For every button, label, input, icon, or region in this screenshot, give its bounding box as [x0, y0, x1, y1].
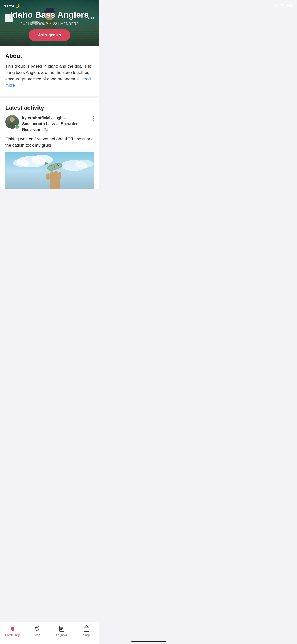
svg-point-27 — [57, 164, 59, 166]
post-caption: Fishing was on fire, we got about 20+ ba… — [5, 136, 94, 152]
post-username[interactable]: kylerothofficial — [22, 116, 50, 120]
status-time: 11:24 — [4, 4, 14, 8]
group-title: Idaho Bass Anglers — [0, 10, 99, 20]
group-meta: PUBLIC GROUP 221 MEMBERS — [0, 22, 99, 26]
svg-point-28 — [58, 164, 59, 165]
caught-text: caught a — [50, 116, 67, 120]
activity-description: kylerothofficial caught a Smallmouth bas… — [22, 115, 89, 132]
moon-icon: 🌙 — [15, 4, 20, 8]
activity-item: ★ kylerothofficial caught a Smallmouth b… — [5, 115, 94, 132]
status-bar: 11:24 🌙 — [0, 0, 99, 12]
svg-point-16 — [13, 159, 29, 167]
verified-badge: ★ — [15, 125, 20, 129]
location-prep: at — [55, 121, 60, 126]
svg-point-15 — [32, 155, 53, 164]
svg-point-18 — [75, 160, 94, 168]
post-photo-illustration — [5, 152, 94, 189]
star-icon: ★ — [16, 126, 18, 128]
post-more-button[interactable] — [93, 115, 94, 122]
about-title: About — [5, 53, 94, 59]
hero-content: Idaho Bass Anglers PUBLIC GROUP 221 MEMB… — [0, 10, 99, 41]
svg-rect-22 — [54, 171, 58, 179]
group-type: PUBLIC GROUP — [20, 22, 48, 26]
join-group-button[interactable]: Join group — [29, 29, 71, 41]
user-avatar-wrap: ★ — [5, 115, 19, 129]
activity-section: Latest activity ★ kylerothofficial caugh… — [0, 98, 99, 189]
about-text: This group is based in idaho and the goa… — [5, 63, 94, 89]
svg-rect-20 — [46, 173, 50, 180]
member-count: 221 MEMBERS — [53, 22, 79, 26]
about-section: About This group is based in idaho and t… — [0, 46, 99, 96]
svg-line-31 — [57, 165, 57, 168]
post-time: · 2d — [40, 127, 48, 132]
post-photo[interactable] — [5, 152, 94, 189]
svg-rect-23 — [58, 172, 61, 179]
svg-rect-19 — [50, 176, 60, 189]
svg-rect-21 — [50, 171, 54, 179]
activity-title: Latest activity — [5, 104, 94, 111]
meta-separator — [50, 23, 51, 24]
species-name: Smallmouth bass — [22, 121, 55, 126]
status-time-area: 11:24 🌙 — [4, 4, 20, 8]
